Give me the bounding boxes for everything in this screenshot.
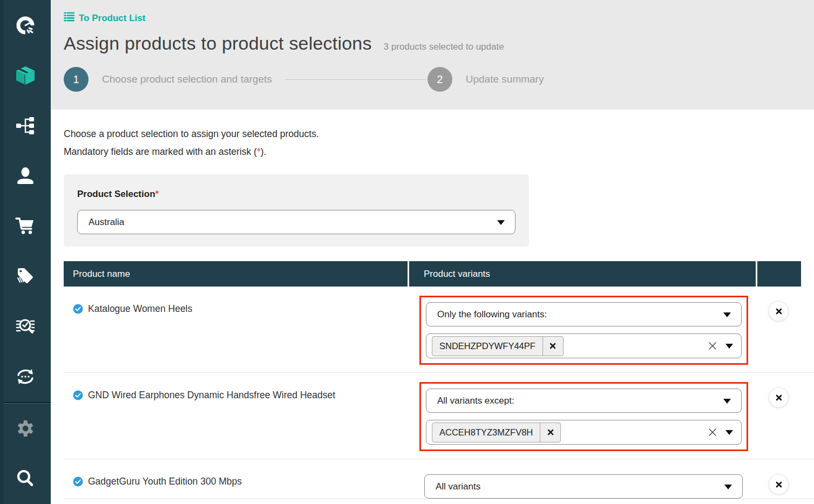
search-check-icon <box>15 316 36 337</box>
sidebar-item-customers[interactable] <box>0 151 51 201</box>
variant-tag-label: ACCEH8TYZ3MZFV8H <box>432 427 540 438</box>
stepper-connector <box>285 79 426 80</box>
search-icon <box>15 468 36 489</box>
step-2-circle: 2 <box>428 67 452 92</box>
required-asterisk: * <box>155 189 159 199</box>
variant-mode-dropdown[interactable]: All variants <box>424 474 743 499</box>
variant-multiselect[interactable]: SNDEHZPDYWFY44PF <box>426 333 742 358</box>
gear-icon <box>15 418 36 439</box>
main-area: To Product List Assign products to produ… <box>51 0 814 504</box>
row-actions-cell <box>756 459 801 499</box>
row-actions-cell <box>756 373 801 459</box>
variant-mode-dropdown[interactable]: Only the following variants: <box>426 302 742 326</box>
sidebar-item-products[interactable] <box>0 50 51 100</box>
variant-tag-label: SNDEHZPDYWFY44PF <box>432 341 542 351</box>
product-variants-cell: Only the following variants: SNDEHZPDYWF… <box>409 287 756 372</box>
table-row: GadgetGuru Youth Edition 300 Mbps All va… <box>64 459 814 499</box>
remove-row-button[interactable] <box>769 474 789 494</box>
product-box-icon <box>14 64 37 87</box>
product-name: GND Wired Earphones Dynamic Handsfree Wi… <box>88 390 335 401</box>
sidebar-item-review[interactable] <box>0 302 51 352</box>
sidebar-item-search[interactable] <box>0 454 51 504</box>
sidebar-item-sync[interactable] <box>0 352 51 402</box>
chevron-down-icon <box>723 399 731 404</box>
remove-tag-button[interactable] <box>542 337 563 356</box>
sidebar-item-dashboard[interactable] <box>0 0 51 50</box>
highlight-outline: Only the following variants: SNDEHZPDYWF… <box>419 296 748 365</box>
back-link-label: To Product List <box>79 13 145 24</box>
column-header-product-variants: Product variants <box>409 261 756 287</box>
gauge-icon <box>15 15 36 36</box>
product-variants-cell: All variants except: ACCEH8TYZ3MZFV8H <box>409 373 756 459</box>
remove-row-button[interactable] <box>769 301 789 321</box>
table-header-row: Product name Product variants <box>64 261 814 287</box>
product-name: Katalogue Women Heels <box>88 303 192 315</box>
clear-selection-icon[interactable] <box>708 427 717 437</box>
product-name-cell: GadgetGuru Youth Edition 300 Mbps <box>64 459 409 499</box>
column-header-product-name: Product name <box>64 261 408 287</box>
variant-tag-chip: ACCEH8TYZ3MZFV8H <box>432 423 561 442</box>
remove-tag-button[interactable] <box>540 423 560 442</box>
step-1-label: Choose product selection and targets <box>102 73 272 85</box>
table-row: Katalogue Women Heels Only the following… <box>64 287 814 373</box>
chevron-down-icon <box>723 312 731 317</box>
intro-line-2: Mandatory fields are marked with an aste… <box>64 143 814 161</box>
tags-icon <box>15 265 36 287</box>
product-name-cell: GND Wired Earphones Dynamic Handsfree Wi… <box>64 373 409 459</box>
remove-row-button[interactable] <box>769 387 789 407</box>
chevron-down-icon <box>725 344 733 349</box>
selected-count-text: 3 products selected to update <box>384 42 504 52</box>
product-name: GadgetGuru Youth Edition 300 Mbps <box>88 476 242 487</box>
page-title: Assign products to product selections <box>64 33 372 54</box>
person-icon <box>15 165 36 187</box>
sidebar <box>0 0 51 504</box>
highlight-outline: All variants except: ACCEH8TYZ3MZFV8H <box>419 382 748 451</box>
page-header: To Product List Assign products to produ… <box>51 0 814 110</box>
product-selection-value: Australia <box>89 217 124 228</box>
variant-mode-dropdown[interactable]: All variants except: <box>426 389 742 413</box>
sidebar-item-categories[interactable] <box>0 100 51 151</box>
sidebar-item-orders[interactable] <box>0 201 51 251</box>
selected-check-icon <box>73 304 83 317</box>
hierarchy-icon <box>15 115 36 136</box>
selected-check-icon <box>73 476 83 489</box>
clear-selection-icon[interactable] <box>708 341 717 351</box>
sidebar-item-settings[interactable] <box>0 404 51 454</box>
step-1-circle: 1 <box>64 67 89 92</box>
sync-arrows-icon <box>13 366 37 387</box>
column-header-actions <box>757 261 801 287</box>
chevron-down-icon <box>724 485 732 489</box>
required-asterisk: * <box>257 146 261 157</box>
product-selection-label: Product Selection* <box>77 189 515 200</box>
product-selection-dropdown[interactable]: Australia <box>77 210 515 234</box>
list-icon <box>64 12 74 24</box>
variant-tag-chip: SNDEHZPDYWFY44PF <box>432 336 564 356</box>
product-selection-panel: Product Selection* Australia <box>64 174 529 247</box>
wizard-stepper: 1 Choose product selection and targets 2… <box>64 67 814 92</box>
page-content: Choose a product selection to assign you… <box>51 110 814 499</box>
intro-line-1: Choose a product selection to assign you… <box>64 125 814 143</box>
variant-multiselect[interactable]: ACCEH8TYZ3MZFV8H <box>426 420 742 445</box>
cart-icon <box>14 215 37 237</box>
product-name-cell: Katalogue Women Heels <box>64 287 409 372</box>
sidebar-item-tags[interactable] <box>0 251 51 301</box>
chevron-down-icon <box>497 220 505 225</box>
row-actions-cell <box>756 287 801 372</box>
product-variants-cell: All variants <box>409 459 756 499</box>
back-to-product-list-link[interactable]: To Product List <box>64 12 145 24</box>
selected-check-icon <box>73 390 83 403</box>
products-table: Product name Product variants Katalogue … <box>64 261 814 499</box>
table-row: GND Wired Earphones Dynamic Handsfree Wi… <box>64 373 814 459</box>
chevron-down-icon <box>725 430 733 435</box>
step-2-label: Update summary <box>466 73 544 85</box>
